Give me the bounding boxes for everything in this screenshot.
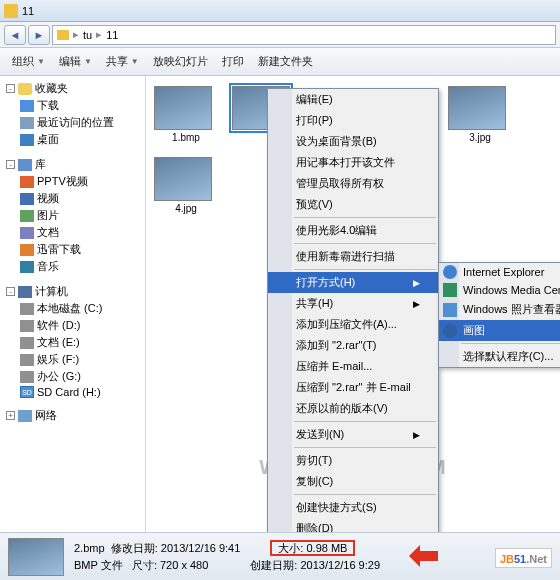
drive-icon	[20, 354, 34, 366]
video-icon	[20, 193, 34, 205]
sub-choose-default[interactable]: 选择默认程序(C)...	[439, 346, 560, 367]
ctx-add-archive[interactable]: 添加到压缩文件(A)...	[268, 314, 438, 335]
paint-icon	[443, 324, 457, 338]
download-icon	[20, 100, 34, 112]
expand-icon[interactable]: +	[6, 411, 15, 420]
status-created: 2013/12/16 9:29	[300, 559, 380, 571]
computer-icon	[18, 286, 32, 298]
tool-slideshow[interactable]: 放映幻灯片	[147, 51, 214, 72]
ctx-share[interactable]: 共享(H)▶	[268, 293, 438, 314]
separator	[461, 343, 560, 344]
ctx-add-archive-named[interactable]: 添加到 "2.rar"(T)	[268, 335, 438, 356]
sidebar-pictures[interactable]: 图片	[0, 207, 145, 224]
collapse-icon[interactable]: -	[6, 287, 15, 296]
tool-newfolder[interactable]: 新建文件夹	[252, 51, 319, 72]
status-text-2: 大小: 0.98 MB 创建日期: 2013/12/16 9:29	[250, 540, 380, 573]
library-icon	[18, 159, 32, 171]
address-bar[interactable]: ▸ tu ▸ 11	[52, 25, 556, 45]
file-thumb[interactable]: 3.jpg	[448, 86, 512, 143]
file-thumb[interactable]: 1.bmp	[154, 86, 218, 143]
ctx-set-background[interactable]: 设为桌面背景(B)	[268, 131, 438, 152]
sidebar-network[interactable]: +网络	[0, 407, 145, 424]
collapse-icon[interactable]: -	[6, 160, 15, 169]
ctx-copy[interactable]: 复制(C)	[268, 471, 438, 492]
ctx-create-shortcut[interactable]: 创建快捷方式(S)	[268, 497, 438, 518]
xunlei-icon	[20, 244, 34, 256]
tool-print[interactable]: 打印	[216, 51, 250, 72]
drive-icon	[20, 320, 34, 332]
ctx-preview[interactable]: 预览(V)	[268, 194, 438, 215]
sidebar-drive-g[interactable]: 办公 (G:)	[0, 368, 145, 385]
window-title: 11	[22, 5, 34, 17]
tool-share[interactable]: 共享▼	[100, 51, 145, 72]
status-filetype: BMP 文件	[74, 559, 123, 571]
sidebar-documents[interactable]: 文档	[0, 224, 145, 241]
ctx-take-ownership[interactable]: 管理员取得所有权	[268, 173, 438, 194]
sidebar-xunlei[interactable]: 迅雷下载	[0, 241, 145, 258]
file-thumb[interactable]: 4.jpg	[154, 157, 218, 214]
sidebar-videos[interactable]: 视频	[0, 190, 145, 207]
back-button[interactable]: ◄	[4, 25, 26, 45]
chevron-right-icon: ▶	[413, 278, 420, 288]
sidebar-downloads[interactable]: 下载	[0, 97, 145, 114]
separator	[294, 269, 436, 270]
drive-icon	[20, 371, 34, 383]
ctx-compress-email[interactable]: 压缩并 E-mail...	[268, 356, 438, 377]
separator	[294, 243, 436, 244]
chevron-down-icon: ▼	[37, 57, 45, 66]
breadcrumb-seg[interactable]: 11	[106, 29, 118, 41]
sidebar-drive-f[interactable]: 娱乐 (F:)	[0, 351, 145, 368]
music-icon	[20, 261, 34, 273]
folder-icon	[4, 4, 18, 18]
forward-button[interactable]: ►	[28, 25, 50, 45]
thumb-image	[154, 157, 212, 201]
ctx-compress-email-named[interactable]: 压缩到 "2.rar" 并 E-mail	[268, 377, 438, 398]
sidebar-desktop[interactable]: 桌面	[0, 131, 145, 148]
status-size: 0.98 MB	[306, 542, 347, 554]
status-filename: 2.bmp	[74, 542, 105, 554]
photo-viewer-icon	[443, 303, 457, 317]
ctx-print[interactable]: 打印(P)	[268, 110, 438, 131]
ctx-cut[interactable]: 剪切(T)	[268, 450, 438, 471]
sidebar-recent[interactable]: 最近访问的位置	[0, 114, 145, 131]
sub-wmc[interactable]: Windows Media Center	[439, 281, 560, 299]
sub-photo-viewer[interactable]: Windows 照片查看器	[439, 299, 560, 320]
sidebar-libraries[interactable]: -库	[0, 156, 145, 173]
sd-icon: SD	[20, 386, 34, 398]
sub-ie[interactable]: Internet Explorer	[439, 263, 560, 281]
ctx-edit[interactable]: 编辑(E)	[268, 89, 438, 110]
pptv-icon	[20, 176, 34, 188]
sidebar-drive-e[interactable]: 文档 (E:)	[0, 334, 145, 351]
navbar: ◄ ► ▸ tu ▸ 11	[0, 22, 560, 48]
sidebar-music[interactable]: 音乐	[0, 258, 145, 275]
status-text: 2.bmp 修改日期: 2013/12/16 9:41 BMP 文件 尺寸: 7…	[74, 540, 240, 573]
status-size-highlight: 大小: 0.98 MB	[270, 540, 355, 556]
status-dimensions: 720 x 480	[160, 559, 208, 571]
sidebar-drive-h[interactable]: SDSD Card (H:)	[0, 385, 145, 399]
ctx-virus-scan[interactable]: 使用新毒霸进行扫描	[268, 246, 438, 267]
drive-icon	[20, 337, 34, 349]
jb51-watermark: JB51.Net	[495, 548, 552, 568]
desktop-icon	[20, 134, 34, 146]
sidebar-favorites[interactable]: -收藏夹	[0, 80, 145, 97]
ctx-send-to[interactable]: 发送到(N)▶	[268, 424, 438, 445]
ctx-glow-edit[interactable]: 使用光影4.0编辑	[268, 220, 438, 241]
chevron-right-icon: ▸	[96, 28, 102, 41]
tool-organize[interactable]: 组织▼	[6, 51, 51, 72]
breadcrumb-seg[interactable]: tu	[83, 29, 92, 41]
ctx-open-with[interactable]: 打开方式(H)▶	[268, 272, 438, 293]
sidebar-drive-c[interactable]: 本地磁盘 (C:)	[0, 300, 145, 317]
status-modified: 2013/12/16 9:41	[161, 542, 241, 554]
sub-paint[interactable]: 画图	[439, 320, 560, 341]
tool-edit[interactable]: 编辑▼	[53, 51, 98, 72]
collapse-icon[interactable]: -	[6, 84, 15, 93]
sidebar-pptv[interactable]: PPTV视频	[0, 173, 145, 190]
thumb-label: 1.bmp	[154, 132, 218, 143]
sidebar-drive-d[interactable]: 软件 (D:)	[0, 317, 145, 334]
star-icon	[18, 83, 32, 95]
ctx-restore-previous[interactable]: 还原以前的版本(V)	[268, 398, 438, 419]
titlebar: 11	[0, 0, 560, 22]
ctx-open-notepad[interactable]: 用记事本打开该文件	[268, 152, 438, 173]
separator	[294, 494, 436, 495]
sidebar-computer[interactable]: -计算机	[0, 283, 145, 300]
